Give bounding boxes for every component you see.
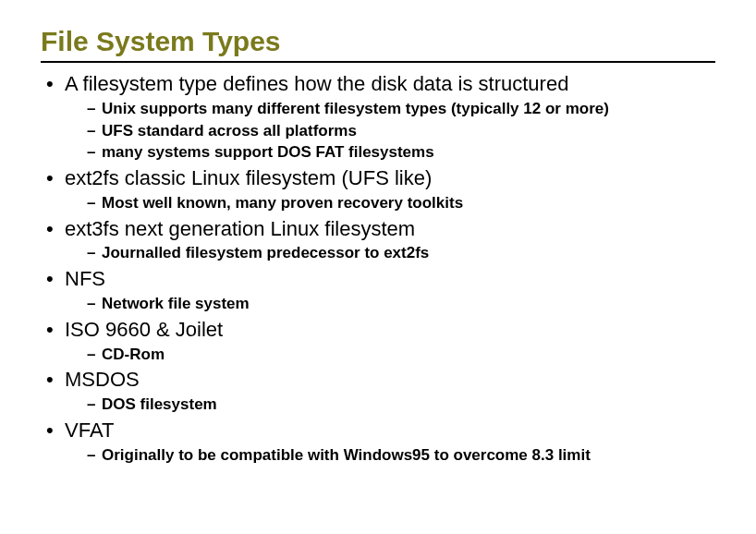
bullet-level2: Journalled filesystem predecessor to ext… xyxy=(41,243,715,263)
bullet-level1: MSDOS xyxy=(41,368,715,393)
bullet-level1: ext3fs next generation Linux filesystem xyxy=(41,217,715,242)
bullet-level1: ext2fs classic Linux filesystem (UFS lik… xyxy=(41,166,715,191)
bullet-level2: Network file system xyxy=(41,294,715,314)
bullet-level1: ISO 9660 & Joilet xyxy=(41,318,715,343)
bullet-level2: many systems support DOS FAT filesystems xyxy=(41,142,715,163)
bullet-level2: Unix supports many different filesystem … xyxy=(41,99,715,119)
bullet-level1: NFS xyxy=(41,267,715,292)
bullet-level2: Most well known, many proven recovery to… xyxy=(41,193,715,213)
bullet-level1: A filesystem type defines how the disk d… xyxy=(41,72,715,97)
bullet-level1: VFAT xyxy=(41,419,715,443)
slide-title: File System Types xyxy=(41,26,715,57)
bullet-level2: UFS standard across all platforms xyxy=(41,121,715,141)
title-divider xyxy=(41,61,715,63)
slide: File System Types A filesystem type defi… xyxy=(0,0,756,486)
bullet-level2: DOS filesystem xyxy=(41,394,715,415)
bullet-level2: CD-Rom xyxy=(41,345,715,365)
bullet-level2: Originally to be compatible with Windows… xyxy=(41,445,715,466)
